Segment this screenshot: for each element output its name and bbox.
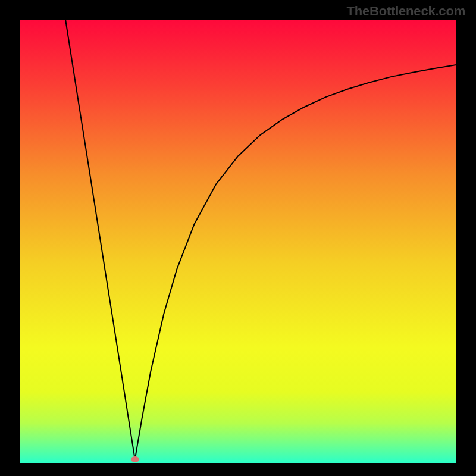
bottleneck-marker (131, 456, 139, 462)
gradient-background (20, 20, 456, 463)
plot-area (20, 20, 456, 463)
watermark-text: TheBottleneck.com (346, 4, 465, 19)
chart-frame: TheBottleneck.com (0, 0, 476, 476)
plot-canvas (20, 20, 456, 463)
